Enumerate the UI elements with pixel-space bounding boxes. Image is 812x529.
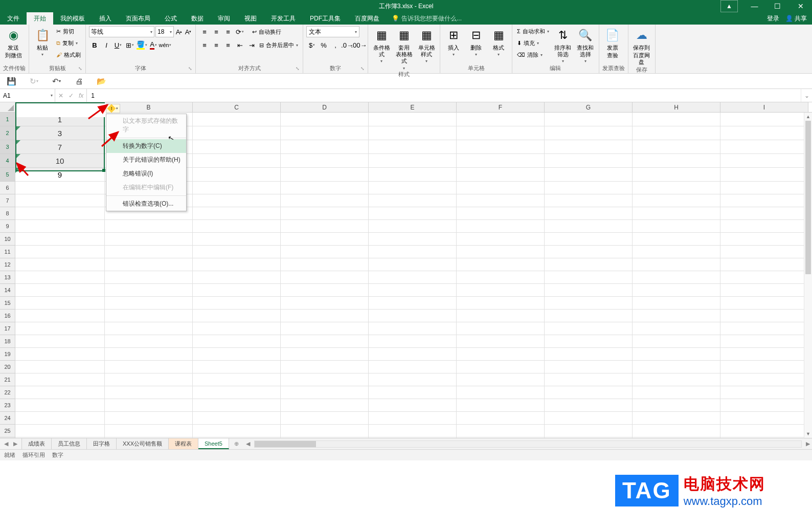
cell-G26[interactable] (545, 437, 633, 438)
row-header[interactable]: 19 (0, 348, 15, 361)
cell-C3[interactable] (193, 140, 281, 154)
cell-E17[interactable] (369, 322, 457, 335)
row-header[interactable]: 16 (0, 310, 15, 322)
cell-C24[interactable] (193, 412, 281, 425)
menu-item-error-checking-options[interactable]: 错误检查选项(O)... (106, 197, 186, 211)
tell-me-search[interactable]: 💡 告诉我您想要做什么... (392, 12, 462, 25)
cell-I25[interactable] (720, 425, 808, 437)
cell-D13[interactable] (281, 271, 369, 284)
cell-C22[interactable] (193, 386, 281, 399)
cell-C1[interactable] (193, 113, 281, 126)
cell-D11[interactable] (281, 246, 369, 258)
sheet-tab-1[interactable]: 成绩表 (22, 438, 52, 449)
cell-G22[interactable] (545, 386, 633, 399)
cell-F11[interactable] (457, 246, 545, 258)
cell-H1[interactable] (633, 113, 720, 126)
cell-H23[interactable] (633, 399, 720, 412)
cell-F7[interactable] (457, 194, 545, 207)
cell-A5[interactable]: 9 (15, 168, 105, 182)
column-header-G[interactable]: G (545, 102, 633, 112)
cell-E14[interactable] (369, 284, 457, 297)
cell-G17[interactable] (545, 322, 633, 335)
cell-E4[interactable] (369, 154, 457, 168)
cell-I5[interactable] (720, 168, 808, 182)
cell-F21[interactable] (457, 373, 545, 386)
row-header[interactable]: 15 (0, 297, 15, 310)
cell-G3[interactable] (545, 140, 633, 154)
fill-color-button[interactable]: 🪣▾ (136, 39, 147, 51)
cell-I19[interactable] (720, 348, 808, 361)
cell-F17[interactable] (457, 322, 545, 335)
cell-A22[interactable] (15, 386, 105, 399)
cell-I3[interactable] (720, 140, 808, 154)
cell-C7[interactable] (193, 194, 281, 207)
cell-D19[interactable] (281, 348, 369, 361)
row-header[interactable]: 25 (0, 425, 15, 437)
increase-indent-icon[interactable]: ⇥ (246, 39, 257, 51)
row-header[interactable]: 10 (0, 233, 15, 246)
cell-D17[interactable] (281, 322, 369, 335)
cell-C13[interactable] (193, 271, 281, 284)
cell-I9[interactable] (720, 220, 808, 233)
row-header[interactable]: 23 (0, 399, 15, 412)
cell-H3[interactable] (633, 140, 720, 154)
scroll-up-icon[interactable]: ▲ (804, 113, 812, 121)
cell-H10[interactable] (633, 233, 720, 246)
cell-G4[interactable] (545, 154, 633, 168)
tab-baidu[interactable]: 百度网盘 (348, 12, 387, 25)
cell-H8[interactable] (633, 207, 720, 220)
cell-E22[interactable] (369, 386, 457, 399)
cell-H2[interactable] (633, 126, 720, 140)
border-button[interactable]: ⊞▾ (124, 39, 136, 51)
cell-G6[interactable] (545, 182, 633, 194)
cell-G2[interactable] (545, 126, 633, 140)
tab-data[interactable]: 数据 (184, 12, 211, 25)
close-button[interactable]: ✕ (789, 0, 812, 12)
cell-H14[interactable] (633, 284, 720, 297)
cell-E26[interactable] (369, 437, 457, 438)
accounting-format-icon[interactable]: $▾ (306, 39, 318, 51)
cell-D3[interactable] (281, 140, 369, 154)
cell-A7[interactable] (15, 194, 105, 207)
hscroll-left-icon[interactable]: ◀ (244, 440, 252, 447)
cell-F15[interactable] (457, 297, 545, 310)
row-header[interactable]: 20 (0, 361, 15, 373)
sheet-nav-next-icon[interactable]: ▶ (13, 440, 17, 447)
number-launcher-icon[interactable]: ⤡ (359, 66, 366, 72)
cell-F16[interactable] (457, 310, 545, 322)
cell-B19[interactable] (105, 348, 193, 361)
cell-I6[interactable] (720, 182, 808, 194)
cell-G7[interactable] (545, 194, 633, 207)
clipboard-launcher-icon[interactable]: ⤡ (77, 66, 83, 72)
cell-C23[interactable] (193, 399, 281, 412)
row-header[interactable]: 17 (0, 322, 15, 335)
cell-C25[interactable] (193, 425, 281, 437)
decrease-indent-icon[interactable]: ⇤ (234, 39, 245, 51)
row-header[interactable]: 1 (0, 113, 15, 126)
column-header-I[interactable]: I (720, 102, 808, 112)
wrap-text-button[interactable]: ↩自动换行 (251, 27, 283, 37)
cell-A12[interactable] (15, 258, 105, 271)
cell-H6[interactable] (633, 182, 720, 194)
cell-I24[interactable] (720, 412, 808, 425)
cell-E23[interactable] (369, 399, 457, 412)
cut-button[interactable]: ✂剪切 (55, 26, 82, 36)
cell-H13[interactable] (633, 271, 720, 284)
menu-item-help-on-error[interactable]: 关于此错误的帮助(H) (106, 153, 186, 167)
cell-H26[interactable] (633, 437, 720, 438)
sheet-tab-6[interactable]: Sheet5 (198, 438, 229, 449)
cell-A17[interactable] (15, 322, 105, 335)
cell-B25[interactable] (105, 425, 193, 437)
clear-button[interactable]: ⌫清除▾ (515, 50, 551, 60)
cell-A11[interactable] (15, 246, 105, 258)
cell-B22[interactable] (105, 386, 193, 399)
cell-A24[interactable] (15, 412, 105, 425)
cell-A6[interactable] (15, 182, 105, 194)
font-launcher-icon[interactable]: ⤡ (187, 66, 193, 72)
formula-input[interactable]: 1 (87, 89, 801, 102)
print-preview-icon[interactable]: 🖨 (73, 75, 85, 87)
format-cells-button[interactable]: ▦格式▾ (488, 26, 509, 57)
scroll-thumb[interactable] (805, 121, 811, 274)
cell-A8[interactable] (15, 207, 105, 220)
cell-H17[interactable] (633, 322, 720, 335)
